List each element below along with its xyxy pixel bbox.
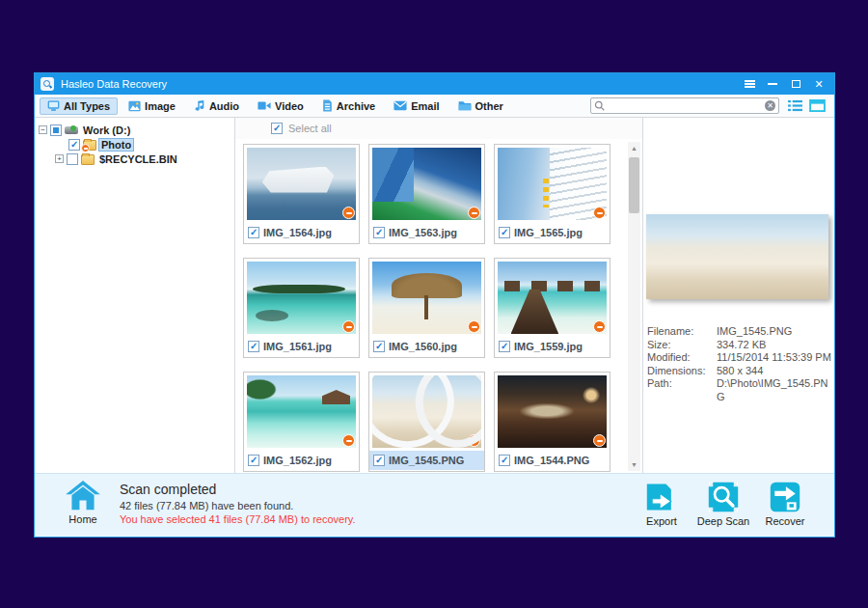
recycle-checkbox[interactable] [67,153,78,165]
thumbnail-image [498,148,607,220]
export-icon [643,481,680,513]
file-checkbox[interactable] [373,455,385,466]
search-clear-button[interactable]: ✕ [765,100,775,111]
tree-item-photo[interactable]: Photo [35,137,234,152]
file-card[interactable]: IMG_1544.PNG [494,372,610,472]
title-bar: Hasleo Data Recovery ✕ [35,73,834,95]
archive-file-icon [322,99,333,112]
deep-scan-label: Deep Scan [697,515,749,527]
file-card[interactable]: IMG_1559.jpg [494,258,610,358]
file-checkbox[interactable] [248,341,259,352]
music-note-icon [194,99,205,112]
export-button[interactable]: Export [636,481,688,527]
export-label: Export [646,515,677,527]
list-view-icon[interactable] [788,99,802,112]
monitor-icon [47,100,60,112]
scan-status-title: Scan completed [120,482,356,497]
tab-archive[interactable]: Archive [314,97,383,115]
filter-bar: All Types Image Audio Video Archive Emai… [35,95,834,118]
home-button[interactable]: Home [60,481,106,525]
file-name: IMG_1559.jpg [514,341,583,352]
expand-expander-icon[interactable]: + [55,154,64,163]
deep-scan-icon [705,481,742,513]
search-box: ✕ [590,97,779,114]
tab-label: Archive [337,100,375,112]
collapse-expander-icon[interactable]: − [39,125,47,134]
path-value: D:\Photo\IMG_1545.PNG [717,377,832,403]
deleted-badge-icon [468,207,480,219]
file-name: IMG_1565.jpg [514,227,583,238]
deleted-badge-icon [342,207,355,219]
scroll-up-arrow-icon[interactable]: ▲ [628,142,640,154]
status-bar: Home Scan completed 42 files (77.84 MB) … [35,473,834,537]
thumbnail-image [247,148,356,220]
file-card[interactable]: IMG_1563.jpg [368,144,485,244]
file-checkbox[interactable] [248,227,259,238]
file-checkbox[interactable] [499,341,510,352]
dimensions-value: 580 x 344 [717,365,832,378]
tab-label: Video [275,100,304,112]
minimize-icon [768,83,777,85]
file-checkbox[interactable] [499,227,510,238]
file-checkbox[interactable] [373,341,385,352]
preview-pane-icon[interactable] [809,99,826,112]
scroll-down-arrow-icon[interactable]: ▼ [628,458,640,471]
tab-video[interactable]: Video [250,97,312,115]
file-checkbox[interactable] [373,227,385,238]
view-toggles [788,99,826,112]
file-card[interactable]: IMG_1560.jpg [368,258,485,358]
file-name: IMG_1561.jpg [263,341,332,352]
maximize-button[interactable] [786,75,805,93]
modified-value: 11/15/2014 11:53:39 PM [717,351,832,365]
deleted-badge-icon [593,207,606,219]
file-card-selected[interactable]: IMG_1545.PNG [368,372,485,472]
picture-icon [128,100,141,112]
tree-item-label: Work (D:) [81,124,132,136]
recover-button[interactable]: Recover [759,481,811,527]
file-name: IMG_1560.jpg [389,341,457,352]
filename-label: Filename: [647,325,717,339]
drive-icon [65,124,78,136]
action-buttons: Export Deep Scan Reco [636,481,811,527]
filename-value: IMG_1545.PNG [717,325,832,339]
drive-checkbox[interactable] [50,124,62,136]
menu-icon [745,80,755,88]
file-name: IMG_1564.jpg [263,227,332,238]
recover-icon [767,481,803,513]
scan-found-text: 42 files (77.84 MB) have been found. [120,500,356,511]
tab-all-types[interactable]: All Types [40,97,118,115]
file-checkbox[interactable] [248,455,259,466]
tab-image[interactable]: Image [121,97,183,115]
select-all-checkbox[interactable] [271,123,283,134]
file-card[interactable]: IMG_1564.jpg [243,144,360,244]
file-card[interactable]: IMG_1565.jpg [494,144,610,244]
file-grid-panel: Select all IMG_1564.jpg IMG_1563.jpg IMG… [235,118,642,473]
path-label: Path: [647,377,717,403]
window-menu-button[interactable] [740,75,759,93]
tree-item-recycle-bin[interactable]: + $RECYCLE.BIN [35,152,234,166]
tree-item-label: $RECYCLE.BIN [97,153,179,165]
video-camera-icon [258,100,271,111]
photo-folder-checkbox[interactable] [68,139,80,151]
search-input[interactable] [606,99,765,112]
deleted-badge-icon [593,434,606,447]
tab-other[interactable]: Other [450,97,511,115]
tab-email[interactable]: Email [386,97,447,115]
app-logo-icon [41,77,54,91]
scrollbar-thumb[interactable] [629,157,639,213]
file-card[interactable]: IMG_1561.jpg [243,258,360,358]
tab-label: All Types [64,100,110,112]
tab-label: Audio [209,100,239,112]
thumbnail-image [498,262,607,334]
file-card[interactable]: IMG_1562.jpg [243,372,360,472]
minimize-button[interactable] [763,75,782,93]
close-button[interactable]: ✕ [809,75,828,93]
file-checkbox[interactable] [499,455,510,466]
thumbnail-image [247,262,356,334]
deep-scan-button[interactable]: Deep Scan [697,481,749,527]
tab-audio[interactable]: Audio [186,97,247,115]
scan-selected-warning: You have selected 41 files (77.84 MB) to… [120,513,356,525]
vertical-scrollbar[interactable]: ▲ ▼ [628,142,640,471]
tree-item-work-drive[interactable]: − Work (D:) [35,123,234,137]
search-icon [594,100,606,112]
